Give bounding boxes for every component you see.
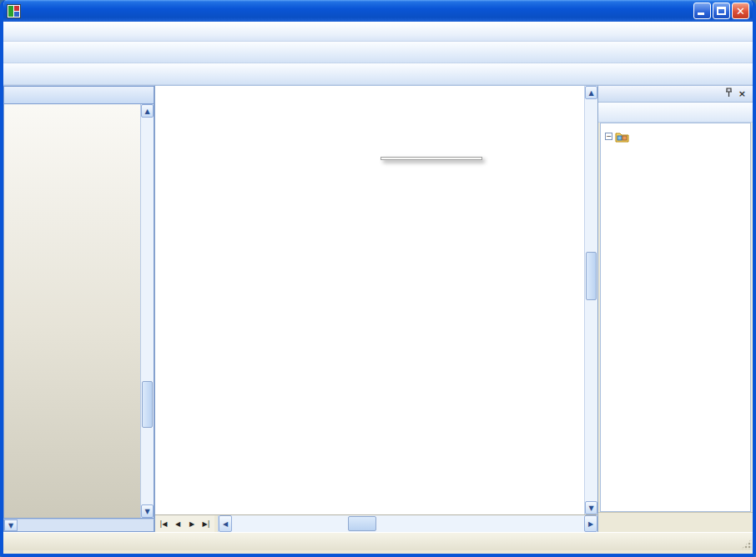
minimize-icon bbox=[698, 13, 704, 15]
maximize-icon bbox=[717, 7, 726, 15]
resize-grip[interactable] bbox=[741, 539, 752, 549]
panel-tabs bbox=[598, 512, 753, 532]
substation-folder-icon bbox=[615, 131, 629, 143]
canvas-scroll-right-icon[interactable]: ▶ bbox=[584, 515, 597, 532]
main-area: ▲ ▼ ▼ ▲ ▼ |◀ ◀ bbox=[3, 85, 753, 532]
sheets-toolbar bbox=[598, 103, 753, 123]
context-menu bbox=[381, 157, 482, 160]
sheets-panel-header: × bbox=[598, 86, 753, 103]
next-page-icon[interactable]: ▶ bbox=[185, 517, 199, 530]
page-tab-strip: |◀ ◀ ▶ ▶| ◀ ▶ bbox=[155, 514, 597, 532]
shapes-scroll-thumb[interactable] bbox=[142, 381, 153, 428]
shapes-scrollbar[interactable]: ▲ ▼ bbox=[140, 104, 154, 518]
sheets-panel: × − bbox=[597, 85, 753, 532]
first-page-icon[interactable]: |◀ bbox=[157, 517, 170, 530]
close-icon: ✕ bbox=[733, 4, 748, 19]
shapes-panel: ▲ ▼ ▼ bbox=[3, 85, 155, 532]
canvas-hscroll-thumb[interactable] bbox=[348, 516, 376, 531]
canvas-scroll-down-icon[interactable]: ▼ bbox=[585, 501, 597, 514]
maximize-button[interactable] bbox=[713, 3, 730, 19]
page-nav-buttons: |◀ ◀ ▶ ▶| bbox=[155, 515, 214, 532]
canvas-scroll-up-icon[interactable]: ▲ bbox=[585, 86, 597, 99]
app-icon bbox=[7, 4, 21, 18]
feeder-diagram-canvas[interactable] bbox=[155, 86, 584, 514]
menu-bar bbox=[3, 22, 753, 42]
canvas-zone: ▲ ▼ |◀ ◀ ▶ ▶| ◀ ▶ bbox=[155, 85, 597, 532]
shapes-overflow-down-icon[interactable]: ▼ bbox=[4, 519, 18, 531]
close-button[interactable]: ✕ bbox=[732, 3, 749, 19]
canvas-vertical-scrollbar[interactable]: ▲ ▼ bbox=[584, 86, 597, 514]
tree-node-substation[interactable]: − bbox=[602, 128, 748, 144]
shapes-panel-header bbox=[3, 86, 154, 104]
status-bar bbox=[3, 532, 753, 550]
scroll-down-icon[interactable]: ▼ bbox=[141, 504, 154, 518]
shapes-panel-footer: ▼ bbox=[3, 519, 154, 532]
sheets-tree: − bbox=[600, 123, 751, 512]
collapse-icon[interactable]: − bbox=[605, 133, 612, 140]
canvas-vscroll-thumb[interactable] bbox=[586, 252, 597, 300]
canvas-hscroll-track[interactable] bbox=[232, 515, 584, 532]
last-page-icon[interactable]: ▶| bbox=[199, 517, 213, 530]
app-window: ✕ ▲ ▼ ▼ bbox=[0, 0, 756, 557]
minimize-button[interactable] bbox=[693, 3, 711, 19]
canvas-horizontal-scrollbar[interactable]: ◀ ▶ bbox=[218, 515, 597, 532]
scroll-up-icon[interactable]: ▲ bbox=[141, 104, 154, 118]
shapes-list: ▲ ▼ bbox=[3, 104, 154, 519]
sheets-panel-close-icon[interactable]: × bbox=[736, 88, 748, 99]
title-bar: ✕ bbox=[3, 0, 753, 22]
canvas-vscroll-track[interactable] bbox=[585, 99, 597, 501]
prev-page-icon[interactable]: ◀ bbox=[171, 517, 184, 530]
canvas-scroll-left-icon[interactable]: ◀ bbox=[219, 515, 232, 532]
toolbar-standard bbox=[3, 42, 753, 63]
shapes-scroll-track[interactable] bbox=[141, 118, 154, 504]
toolbar-extra bbox=[3, 63, 753, 85]
pin-icon[interactable] bbox=[722, 88, 736, 100]
